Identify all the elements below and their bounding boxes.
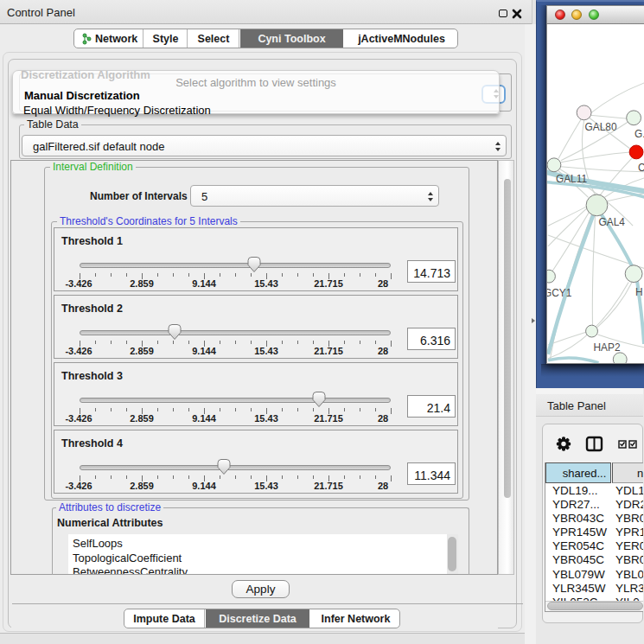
svg-text:GCY1: GCY1 <box>546 287 572 299</box>
svg-text:H: H <box>635 286 643 298</box>
svg-text:HAP2: HAP2 <box>594 341 621 354</box>
svg-text:GAL80: GAL80 <box>585 121 617 133</box>
svg-text:GAL11: GAL11 <box>556 173 587 185</box>
svg-text:GAL4: GAL4 <box>598 216 625 228</box>
svg-text:G.: G. <box>634 128 644 140</box>
svg-text:C: C <box>638 162 644 174</box>
